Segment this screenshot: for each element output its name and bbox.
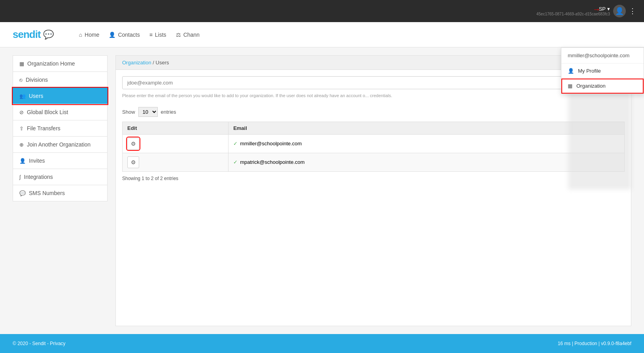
breadcrumb-separator: / (153, 60, 154, 66)
sidebar-item-users[interactable]: 👥 Users (13, 88, 108, 104)
table-row: ⚙ ✓ mmiller@schoolpointe.com (123, 134, 625, 153)
sidebar-item-organization-home[interactable]: ▦ Organization Home (13, 55, 108, 72)
show-label: Show (122, 109, 135, 115)
content-area: Organization / Users Please enter the em… (115, 55, 631, 326)
file-transfer-icon: ⇧ (19, 126, 24, 131)
sidebar-integrations-label: Integrations (24, 174, 53, 180)
sidebar-item-join-org[interactable]: ⊕ Join Another Organization (13, 136, 108, 153)
lists-icon: ≡ (149, 32, 153, 38)
nav-channels[interactable]: ⚖ Chann (176, 32, 200, 38)
nav-home[interactable]: ⌂ Home (79, 32, 100, 38)
avatar-icon: 👤 (615, 7, 624, 15)
edit-user-button-1[interactable]: ⚙ (127, 138, 139, 150)
home-icon: ⌂ (79, 32, 82, 38)
nav-lists-label: Lists (155, 32, 166, 38)
channels-icon: ⚖ (176, 32, 181, 38)
sidebar-block-list-label: Global Block List (27, 109, 68, 115)
users-table: Edit Email ⚙ ✓ mmiller@schoolpointe.com (122, 122, 625, 172)
divisions-icon: ⎋ (19, 77, 23, 83)
nav-contacts-label: Contacts (118, 32, 140, 38)
breadcrumb-org-link[interactable]: Organization (122, 60, 151, 66)
show-entries-control: Show 10 25 50 entries (122, 107, 625, 117)
table-cell-edit: ⚙ (123, 134, 229, 153)
sidebar-item-global-block-list[interactable]: ⊘ Global Block List (13, 104, 108, 120)
sidebar-org-home-label: Organization Home (27, 60, 75, 67)
email-cell-1: ✓ mmiller@schoolpointe.com (233, 141, 619, 146)
user-dropdown-menu: mmiller@schoolpointe.com 👤 My Profile ▦ … (561, 47, 644, 94)
sidebar-item-file-transfers[interactable]: ⇧ File Transfers (13, 120, 108, 137)
my-profile-menu-item[interactable]: 👤 My Profile (561, 64, 644, 79)
table-row: ⚙ ✓ mpatrick@schoolpointe.com (123, 153, 625, 171)
sms-icon: 💬 (19, 190, 26, 196)
edit-user-button-2[interactable]: ⚙ (127, 156, 139, 168)
logo-text: sendit (13, 28, 41, 41)
nav-items: ⌂ Home 👤 Contacts ≡ Lists ⚖ Chann (79, 32, 631, 38)
email-hint-text: Please enter the email of the person you… (122, 92, 625, 99)
sidebar-invites-label: Invites (29, 158, 45, 164)
red-arrow-indicator: → (593, 5, 601, 14)
sidebar-sms-numbers-label: SMS Numbers (29, 190, 65, 196)
header-nav: sendit 💬 ⌂ Home 👤 Contacts ≡ Lists ⚖ Cha… (0, 22, 644, 47)
main-layout: ▦ Organization Home ⎋ Divisions 👥 Users … (0, 47, 644, 334)
entries-label: entries (161, 109, 176, 115)
building-icon: ▦ (19, 61, 24, 67)
add-user-email-input[interactable] (122, 76, 625, 89)
table-cell-email: ✓ mmiller@schoolpointe.com (229, 134, 625, 153)
footer: © 2020 - Sendit - Privacy 16 ms | Produc… (0, 334, 644, 353)
sidebar-join-org-label: Join Another Organization (27, 141, 91, 148)
verified-icon-2: ✓ (233, 159, 238, 165)
email-value-1: mmiller@schoolpointe.com (240, 141, 302, 146)
logo: sendit 💬 (13, 28, 54, 41)
sidebar-item-divisions[interactable]: ⎋ Divisions (13, 71, 108, 88)
my-profile-label: My Profile (578, 68, 601, 74)
block-icon: ⊘ (19, 109, 24, 115)
avatar-button[interactable]: 👤 (613, 5, 626, 17)
topbar: SP ▾ 45ec1765-0871-4669-a92c-d15cae683fc… (0, 0, 644, 22)
topbar-icons: 👤 ⋮ (613, 5, 638, 17)
footer-version: 16 ms | Production | v0.9.0-f8a4ebf (558, 341, 631, 346)
more-menu-button[interactable]: ⋮ (627, 6, 638, 16)
nav-lists[interactable]: ≡ Lists (149, 32, 166, 38)
sidebar: ▦ Organization Home ⎋ Divisions 👥 Users … (13, 55, 108, 326)
dropdown-user-email: mmiller@schoolpointe.com (561, 48, 644, 64)
col-edit: Edit (123, 122, 229, 134)
integrations-icon: ∫ (19, 174, 21, 180)
nav-home-label: Home (85, 32, 99, 38)
entries-per-page-select[interactable]: 10 25 50 (138, 107, 158, 117)
email-value-2: mpatrick@schoolpointe.com (240, 159, 304, 165)
contacts-icon: 👤 (109, 32, 115, 38)
join-icon: ⊕ (19, 142, 24, 148)
invite-icon: 👤 (19, 158, 26, 164)
footer-copyright: © 2020 - Sendit - Privacy (13, 341, 66, 346)
email-cell-2: ✓ mpatrick@schoolpointe.com (233, 159, 619, 165)
organization-menu-item[interactable]: ▦ Organization (561, 79, 644, 94)
content-body: Please enter the email of the person you… (116, 70, 631, 188)
sidebar-item-integrations[interactable]: ∫ Integrations (13, 169, 108, 185)
showing-entries-text: Showing 1 to 2 of 2 entries (122, 176, 625, 181)
sidebar-item-sms-numbers[interactable]: 💬 SMS Numbers (13, 185, 108, 201)
sp-chevron-icon: ▾ (607, 6, 610, 12)
sidebar-item-invites[interactable]: 👤 Invites (13, 152, 108, 169)
sidebar-divisions-label: Divisions (26, 77, 48, 83)
breadcrumb: Organization / Users (116, 56, 631, 70)
users-icon: 👥 (19, 93, 26, 99)
sidebar-file-transfers-label: File Transfers (27, 125, 60, 131)
profile-icon: 👤 (568, 68, 574, 74)
sidebar-users-label: Users (29, 93, 43, 99)
breadcrumb-current: Users (156, 60, 169, 66)
col-email: Email (229, 122, 625, 134)
nav-contacts[interactable]: 👤 Contacts (109, 32, 140, 38)
org-icon: ▦ (568, 83, 572, 89)
table-cell-edit-2: ⚙ (123, 153, 229, 171)
logo-icon: 💬 (43, 30, 54, 40)
verified-icon-1: ✓ (233, 141, 238, 146)
nav-channels-label: Chann (183, 32, 200, 38)
organization-label: Organization (576, 83, 606, 89)
table-cell-email-2: ✓ mpatrick@schoolpointe.com (229, 153, 625, 171)
